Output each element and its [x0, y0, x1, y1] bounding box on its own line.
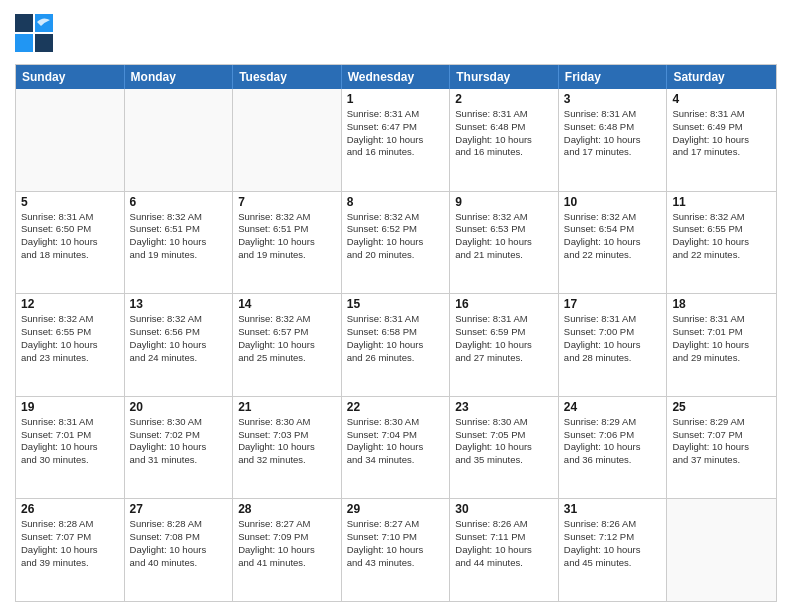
day-number: 22: [347, 400, 445, 414]
day-info: Sunrise: 8:27 AM Sunset: 7:09 PM Dayligh…: [238, 518, 336, 569]
day-number: 6: [130, 195, 228, 209]
day-cell: 13Sunrise: 8:32 AM Sunset: 6:56 PM Dayli…: [125, 294, 234, 396]
day-info: Sunrise: 8:31 AM Sunset: 6:49 PM Dayligh…: [672, 108, 771, 159]
day-info: Sunrise: 8:31 AM Sunset: 7:01 PM Dayligh…: [672, 313, 771, 364]
page-container: SundayMondayTuesdayWednesdayThursdayFrid…: [0, 0, 792, 612]
day-info: Sunrise: 8:29 AM Sunset: 7:06 PM Dayligh…: [564, 416, 662, 467]
day-info: Sunrise: 8:32 AM Sunset: 6:56 PM Dayligh…: [130, 313, 228, 364]
day-number: 14: [238, 297, 336, 311]
day-cell: 24Sunrise: 8:29 AM Sunset: 7:06 PM Dayli…: [559, 397, 668, 499]
day-number: 9: [455, 195, 553, 209]
day-cell: 23Sunrise: 8:30 AM Sunset: 7:05 PM Dayli…: [450, 397, 559, 499]
day-info: Sunrise: 8:26 AM Sunset: 7:11 PM Dayligh…: [455, 518, 553, 569]
svg-rect-0: [15, 14, 33, 32]
day-info: Sunrise: 8:31 AM Sunset: 6:50 PM Dayligh…: [21, 211, 119, 262]
day-cell: [125, 89, 234, 191]
day-cell: 31Sunrise: 8:26 AM Sunset: 7:12 PM Dayli…: [559, 499, 668, 601]
day-header: Friday: [559, 65, 668, 89]
day-cell: 20Sunrise: 8:30 AM Sunset: 7:02 PM Dayli…: [125, 397, 234, 499]
day-cell: [667, 499, 776, 601]
day-cell: 10Sunrise: 8:32 AM Sunset: 6:54 PM Dayli…: [559, 192, 668, 294]
day-number: 7: [238, 195, 336, 209]
day-cell: 2Sunrise: 8:31 AM Sunset: 6:48 PM Daylig…: [450, 89, 559, 191]
day-cell: 22Sunrise: 8:30 AM Sunset: 7:04 PM Dayli…: [342, 397, 451, 499]
day-cell: 9Sunrise: 8:32 AM Sunset: 6:53 PM Daylig…: [450, 192, 559, 294]
day-number: 19: [21, 400, 119, 414]
day-number: 4: [672, 92, 771, 106]
day-info: Sunrise: 8:31 AM Sunset: 7:01 PM Dayligh…: [21, 416, 119, 467]
day-number: 12: [21, 297, 119, 311]
week-row: 12Sunrise: 8:32 AM Sunset: 6:55 PM Dayli…: [16, 294, 776, 397]
day-number: 21: [238, 400, 336, 414]
day-info: Sunrise: 8:31 AM Sunset: 6:48 PM Dayligh…: [455, 108, 553, 159]
day-cell: 16Sunrise: 8:31 AM Sunset: 6:59 PM Dayli…: [450, 294, 559, 396]
day-cell: 7Sunrise: 8:32 AM Sunset: 6:51 PM Daylig…: [233, 192, 342, 294]
day-number: 2: [455, 92, 553, 106]
day-number: 26: [21, 502, 119, 516]
day-number: 1: [347, 92, 445, 106]
day-info: Sunrise: 8:31 AM Sunset: 7:00 PM Dayligh…: [564, 313, 662, 364]
day-header: Monday: [125, 65, 234, 89]
day-info: Sunrise: 8:31 AM Sunset: 6:47 PM Dayligh…: [347, 108, 445, 159]
day-cell: [16, 89, 125, 191]
logo-icon: [15, 14, 53, 52]
day-info: Sunrise: 8:31 AM Sunset: 6:48 PM Dayligh…: [564, 108, 662, 159]
header: [15, 10, 777, 56]
day-number: 24: [564, 400, 662, 414]
day-info: Sunrise: 8:30 AM Sunset: 7:04 PM Dayligh…: [347, 416, 445, 467]
day-cell: 6Sunrise: 8:32 AM Sunset: 6:51 PM Daylig…: [125, 192, 234, 294]
calendar: SundayMondayTuesdayWednesdayThursdayFrid…: [15, 64, 777, 602]
day-info: Sunrise: 8:32 AM Sunset: 6:54 PM Dayligh…: [564, 211, 662, 262]
day-number: 8: [347, 195, 445, 209]
day-cell: 15Sunrise: 8:31 AM Sunset: 6:58 PM Dayli…: [342, 294, 451, 396]
day-info: Sunrise: 8:31 AM Sunset: 6:58 PM Dayligh…: [347, 313, 445, 364]
day-cell: 12Sunrise: 8:32 AM Sunset: 6:55 PM Dayli…: [16, 294, 125, 396]
day-info: Sunrise: 8:32 AM Sunset: 6:55 PM Dayligh…: [672, 211, 771, 262]
day-number: 30: [455, 502, 553, 516]
day-info: Sunrise: 8:26 AM Sunset: 7:12 PM Dayligh…: [564, 518, 662, 569]
day-info: Sunrise: 8:32 AM Sunset: 6:53 PM Dayligh…: [455, 211, 553, 262]
day-cell: 14Sunrise: 8:32 AM Sunset: 6:57 PM Dayli…: [233, 294, 342, 396]
day-cell: 30Sunrise: 8:26 AM Sunset: 7:11 PM Dayli…: [450, 499, 559, 601]
svg-rect-2: [15, 34, 33, 52]
day-cell: 11Sunrise: 8:32 AM Sunset: 6:55 PM Dayli…: [667, 192, 776, 294]
day-info: Sunrise: 8:30 AM Sunset: 7:05 PM Dayligh…: [455, 416, 553, 467]
svg-rect-3: [35, 34, 53, 52]
day-cell: 28Sunrise: 8:27 AM Sunset: 7:09 PM Dayli…: [233, 499, 342, 601]
day-header: Tuesday: [233, 65, 342, 89]
day-headers: SundayMondayTuesdayWednesdayThursdayFrid…: [16, 65, 776, 89]
week-row: 1Sunrise: 8:31 AM Sunset: 6:47 PM Daylig…: [16, 89, 776, 192]
day-info: Sunrise: 8:32 AM Sunset: 6:55 PM Dayligh…: [21, 313, 119, 364]
day-cell: 5Sunrise: 8:31 AM Sunset: 6:50 PM Daylig…: [16, 192, 125, 294]
logo: [15, 14, 57, 56]
day-cell: 21Sunrise: 8:30 AM Sunset: 7:03 PM Dayli…: [233, 397, 342, 499]
day-number: 11: [672, 195, 771, 209]
day-cell: 1Sunrise: 8:31 AM Sunset: 6:47 PM Daylig…: [342, 89, 451, 191]
day-header: Sunday: [16, 65, 125, 89]
day-info: Sunrise: 8:32 AM Sunset: 6:52 PM Dayligh…: [347, 211, 445, 262]
week-row: 19Sunrise: 8:31 AM Sunset: 7:01 PM Dayli…: [16, 397, 776, 500]
day-cell: 3Sunrise: 8:31 AM Sunset: 6:48 PM Daylig…: [559, 89, 668, 191]
day-number: 3: [564, 92, 662, 106]
day-cell: 4Sunrise: 8:31 AM Sunset: 6:49 PM Daylig…: [667, 89, 776, 191]
day-cell: 27Sunrise: 8:28 AM Sunset: 7:08 PM Dayli…: [125, 499, 234, 601]
day-number: 16: [455, 297, 553, 311]
day-info: Sunrise: 8:27 AM Sunset: 7:10 PM Dayligh…: [347, 518, 445, 569]
day-info: Sunrise: 8:32 AM Sunset: 6:51 PM Dayligh…: [130, 211, 228, 262]
day-number: 5: [21, 195, 119, 209]
day-number: 23: [455, 400, 553, 414]
day-number: 31: [564, 502, 662, 516]
calendar-body: 1Sunrise: 8:31 AM Sunset: 6:47 PM Daylig…: [16, 89, 776, 601]
day-info: Sunrise: 8:28 AM Sunset: 7:07 PM Dayligh…: [21, 518, 119, 569]
day-cell: 25Sunrise: 8:29 AM Sunset: 7:07 PM Dayli…: [667, 397, 776, 499]
day-info: Sunrise: 8:30 AM Sunset: 7:02 PM Dayligh…: [130, 416, 228, 467]
day-number: 25: [672, 400, 771, 414]
day-number: 17: [564, 297, 662, 311]
day-cell: 17Sunrise: 8:31 AM Sunset: 7:00 PM Dayli…: [559, 294, 668, 396]
day-cell: 29Sunrise: 8:27 AM Sunset: 7:10 PM Dayli…: [342, 499, 451, 601]
day-number: 20: [130, 400, 228, 414]
week-row: 5Sunrise: 8:31 AM Sunset: 6:50 PM Daylig…: [16, 192, 776, 295]
day-header: Saturday: [667, 65, 776, 89]
day-cell: 8Sunrise: 8:32 AM Sunset: 6:52 PM Daylig…: [342, 192, 451, 294]
day-number: 28: [238, 502, 336, 516]
